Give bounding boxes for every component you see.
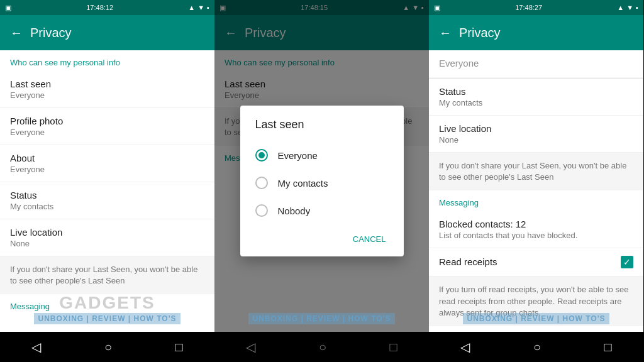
- top-bar-1: ← Privacy: [0, 15, 214, 50]
- dialog-option-everyone[interactable]: Everyone: [240, 141, 404, 169]
- home-nav-icon-3[interactable]: ○: [533, 340, 541, 354]
- read-receipts-label: Read receipts: [439, 256, 497, 267]
- page-title-3: Privacy: [459, 26, 501, 40]
- dialog-actions: CANCEL: [240, 224, 404, 251]
- dialog-option-everyone-label: Everyone: [278, 150, 318, 161]
- read-receipts-checkbox[interactable]: [621, 256, 633, 268]
- signal-icon: ▼: [197, 4, 204, 11]
- profile-photo-item[interactable]: Profile photo Everyone: [0, 108, 214, 145]
- about-item[interactable]: About Everyone: [0, 145, 214, 182]
- battery-icon-3: ▪: [636, 4, 638, 11]
- back-nav-icon-3[interactable]: ◁: [460, 339, 470, 354]
- status-bar-icons-1: ▲ ▼ ▪: [188, 4, 209, 11]
- panel-2: ▣ 17:48:15 ▲ ▼ ▪ ← Privacy Who can see m…: [214, 0, 429, 362]
- messaging-header-3: Messaging: [429, 190, 643, 211]
- live-location-title-3: Live location: [439, 123, 633, 134]
- status-bar-3: ▣ 17:48:27 ▲ ▼ ▪: [429, 0, 643, 15]
- profile-photo-sub: Everyone: [10, 128, 204, 137]
- about-sub: Everyone: [10, 165, 204, 174]
- status-item-3[interactable]: Status My contacts: [429, 79, 643, 116]
- top-bar-3: ← Privacy: [429, 15, 643, 50]
- radio-everyone: [255, 149, 268, 162]
- status-bar-left-icon: ▣: [5, 4, 11, 12]
- back-button-3[interactable]: ←: [439, 26, 452, 40]
- recents-nav-icon-3[interactable]: □: [604, 340, 612, 354]
- panel-1: ▣ 17:48:12 ▲ ▼ ▪ ← Privacy Who can see m…: [0, 0, 214, 362]
- status-sub-1: My contacts: [10, 202, 204, 211]
- back-nav-icon-1[interactable]: ◁: [31, 339, 41, 354]
- status-sub-3: My contacts: [439, 98, 633, 107]
- status-bar-time-1: 17:48:12: [86, 4, 113, 11]
- status-bar-icons-3: ▲ ▼ ▪: [617, 4, 638, 11]
- blocked-contacts-title: Blocked contacts: 12: [439, 219, 633, 229]
- recents-nav-icon-1[interactable]: □: [175, 340, 183, 354]
- info-box-3: If you don't share your Last Seen, you w…: [429, 153, 643, 190]
- panel-3: ▣ 17:48:27 ▲ ▼ ▪ ← Privacy Everyone Stat…: [429, 0, 643, 362]
- read-receipts-row[interactable]: Read receipts: [429, 248, 643, 277]
- dialog-option-nobody-label: Nobody: [278, 206, 311, 216]
- battery-icon: ▪: [207, 4, 209, 11]
- dialog-overlay: Last seen Everyone My contacts Nobody CA…: [214, 0, 429, 362]
- live-location-sub-1: None: [10, 239, 204, 248]
- messaging-header-1: Messaging: [0, 294, 214, 315]
- home-nav-icon-1[interactable]: ○: [104, 340, 112, 354]
- status-title-3: Status: [439, 86, 633, 97]
- cancel-button[interactable]: CANCEL: [345, 229, 394, 249]
- status-item-1[interactable]: Status My contacts: [0, 182, 214, 219]
- content-1: Who can see my personal info Last seen E…: [0, 50, 214, 332]
- radio-my-contacts: [255, 177, 268, 189]
- dialog-title: Last seen: [240, 118, 404, 141]
- about-title: About: [10, 153, 204, 163]
- dialog-option-nobody[interactable]: Nobody: [240, 197, 404, 224]
- wifi-icon-3: ▲: [617, 4, 624, 11]
- content-3: Everyone Status My contacts Live locatio…: [429, 50, 643, 332]
- live-location-title-1: Live location: [10, 227, 204, 238]
- info-box-1: If you don't share your Last Seen, you w…: [0, 256, 214, 294]
- dialog-option-my-contacts[interactable]: My contacts: [240, 169, 404, 197]
- blocked-contacts-sub: List of contacts that you have blocked.: [439, 231, 633, 240]
- blocked-contacts-item[interactable]: Blocked contacts: 12 List of contacts th…: [429, 211, 643, 248]
- last-seen-item-1[interactable]: Last seen Everyone: [0, 71, 214, 108]
- profile-photo-title: Profile photo: [10, 116, 204, 126]
- wifi-icon: ▲: [188, 4, 195, 11]
- status-bar-left-icon-3: ▣: [434, 4, 440, 12]
- last-seen-sub-1: Everyone: [10, 90, 204, 100]
- radio-nobody: [255, 204, 268, 217]
- live-location-sub-3: None: [439, 135, 633, 145]
- everyone-item[interactable]: Everyone: [429, 50, 643, 78]
- signal-icon-3: ▼: [626, 4, 633, 11]
- everyone-title: Everyone: [439, 58, 633, 69]
- last-seen-title-1: Last seen: [10, 79, 204, 89]
- section-header-1: Who can see my personal info: [0, 50, 214, 71]
- status-title-1: Status: [10, 190, 204, 200]
- read-receipts-info: If you turn off read receipts, you won't…: [429, 277, 643, 326]
- last-seen-dialog: Last seen Everyone My contacts Nobody CA…: [240, 106, 404, 256]
- status-bar-time-3: 17:48:27: [515, 4, 542, 11]
- back-button-1[interactable]: ←: [10, 26, 23, 40]
- bottom-nav-3: ◁ ○ □: [429, 332, 643, 362]
- dialog-option-my-contacts-label: My contacts: [278, 178, 328, 189]
- live-location-item-1[interactable]: Live location None: [0, 219, 214, 256]
- bottom-nav-1: ◁ ○ □: [0, 332, 214, 362]
- page-title-1: Privacy: [30, 26, 72, 40]
- live-location-item-3[interactable]: Live location None: [429, 116, 643, 153]
- status-bar-1: ▣ 17:48:12 ▲ ▼ ▪: [0, 0, 214, 15]
